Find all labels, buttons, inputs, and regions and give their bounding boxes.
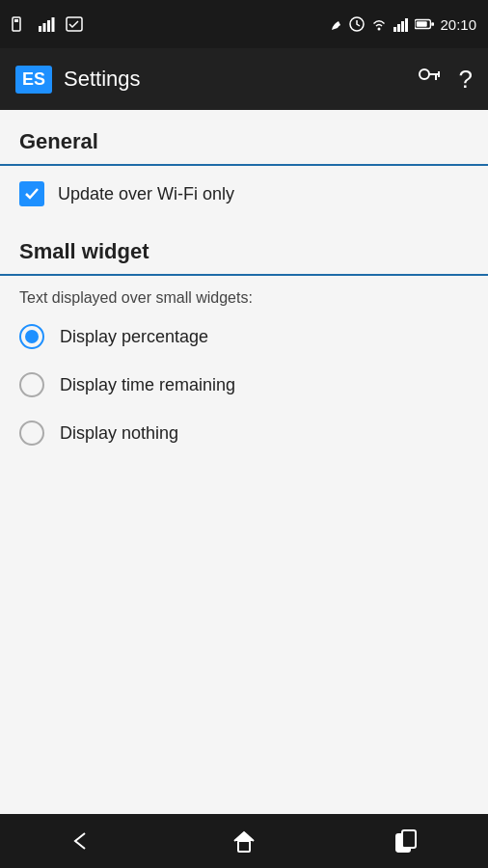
radio-display-percentage[interactable]: Display percentage bbox=[0, 312, 488, 361]
battery-icon bbox=[415, 16, 434, 32]
radio-description: Text displayed over small widgets: bbox=[0, 276, 488, 312]
app-logo: ES bbox=[15, 66, 52, 94]
radio-label-time: Display time remaining bbox=[60, 375, 235, 395]
small-widget-header: Small widget bbox=[0, 222, 488, 274]
back-button[interactable] bbox=[52, 822, 110, 860]
wifi-update-label: Update over Wi-Fi only bbox=[58, 184, 234, 204]
svg-rect-4 bbox=[47, 20, 50, 32]
radio-inner-percentage bbox=[25, 330, 39, 343]
status-time: 20:10 bbox=[440, 16, 476, 33]
radio-label-percentage: Display percentage bbox=[60, 327, 208, 347]
wifi-update-checkbox[interactable] bbox=[19, 181, 44, 206]
svg-rect-15 bbox=[432, 22, 435, 26]
bottom-nav bbox=[0, 814, 488, 868]
svg-rect-1 bbox=[14, 19, 18, 22]
help-icon[interactable]: ? bbox=[459, 65, 473, 95]
key-add-icon[interactable] bbox=[415, 63, 442, 95]
phone-signal-icon bbox=[330, 16, 343, 32]
wifi-icon bbox=[370, 16, 388, 32]
svg-rect-14 bbox=[417, 21, 427, 26]
svg-rect-20 bbox=[238, 841, 250, 852]
bars-icon bbox=[39, 16, 58, 32]
radio-display-time[interactable]: Display time remaining bbox=[0, 361, 488, 409]
checkbox-icon bbox=[66, 16, 83, 32]
status-bar-right-icons: 20:10 bbox=[330, 16, 476, 33]
clock-icon bbox=[349, 16, 365, 32]
general-section-header: General bbox=[0, 110, 488, 164]
app-bar-actions: ? bbox=[415, 63, 473, 95]
svg-point-8 bbox=[378, 28, 381, 31]
app-bar: ES Settings ? bbox=[0, 48, 488, 110]
small-widget-section: Small widget Text displayed over small w… bbox=[0, 222, 488, 457]
status-bar: 20:10 bbox=[0, 0, 488, 48]
svg-point-16 bbox=[420, 69, 429, 79]
svg-rect-2 bbox=[39, 26, 41, 32]
svg-rect-5 bbox=[52, 17, 55, 32]
general-section: General Update over Wi-Fi only bbox=[0, 110, 488, 222]
radio-button-nothing[interactable] bbox=[19, 420, 44, 446]
home-button[interactable] bbox=[215, 822, 273, 860]
radio-button-time[interactable] bbox=[19, 372, 44, 397]
radio-display-nothing[interactable]: Display nothing bbox=[0, 409, 488, 457]
status-bar-left-icons bbox=[12, 16, 83, 32]
app-bar-left: ES Settings bbox=[15, 66, 141, 94]
recents-button[interactable] bbox=[378, 822, 436, 860]
settings-content: General Update over Wi-Fi only Small wid… bbox=[0, 110, 488, 814]
app-bar-title: Settings bbox=[64, 67, 141, 92]
svg-rect-9 bbox=[393, 27, 396, 32]
sim-icon bbox=[12, 16, 31, 32]
radio-button-percentage[interactable] bbox=[19, 324, 44, 349]
wifi-update-row[interactable]: Update over Wi-Fi only bbox=[0, 166, 488, 222]
radio-label-nothing: Display nothing bbox=[60, 423, 178, 444]
svg-rect-10 bbox=[397, 24, 400, 32]
svg-rect-22 bbox=[402, 830, 416, 848]
svg-rect-3 bbox=[43, 23, 46, 32]
svg-rect-11 bbox=[401, 21, 404, 32]
signal-bars-icon bbox=[393, 16, 409, 32]
svg-rect-12 bbox=[405, 18, 408, 32]
